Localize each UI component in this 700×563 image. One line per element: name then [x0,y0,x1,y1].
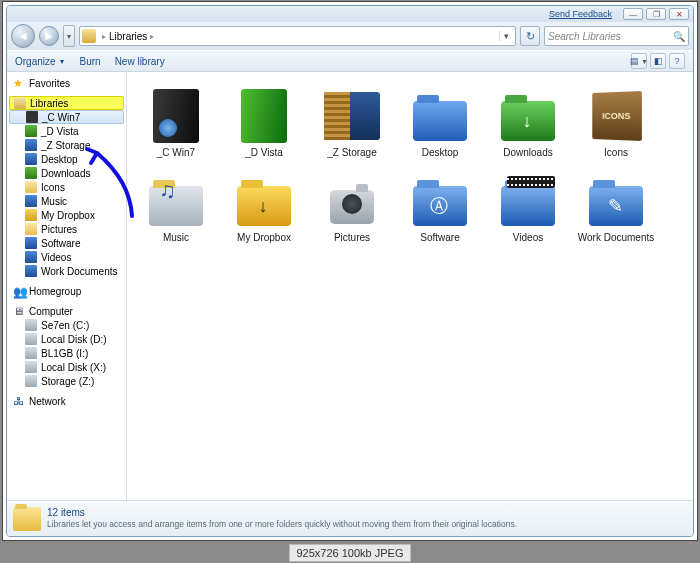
search-icon: 🔍 [673,31,685,42]
status-hint: Libraries let you access and arrange ite… [47,519,517,529]
library-item[interactable]: ↓Downloads [485,82,571,163]
network-icon: 🖧 [13,395,25,407]
title-bar: Send Feedback — ❐ ✕ [7,6,693,22]
sidebar-item[interactable]: Work Documents [7,264,126,278]
organize-menu[interactable]: Organize▼ [15,56,66,67]
nav-history-dropdown[interactable]: ▾ [63,25,75,47]
library-item[interactable]: ⒶSoftware [397,167,483,248]
drive-icon [25,319,37,331]
send-feedback-link[interactable]: Send Feedback [549,9,612,19]
libraries-icon [14,97,26,109]
sidebar-item[interactable]: _Z Storage [7,138,126,152]
image-caption: 925x726 100kb JPEG [289,544,410,562]
sidebar-drive[interactable]: Storage (Z:) [7,374,126,388]
libraries-icon [13,507,41,531]
close-button[interactable]: ✕ [669,8,689,20]
library-icon [324,92,380,140]
breadcrumb-root[interactable]: Libraries [109,31,147,42]
library-item[interactable]: _C Win7 [133,82,219,163]
library-icon [25,195,37,207]
library-icon: ↓ [237,186,291,226]
sidebar-item[interactable]: Icons [7,180,126,194]
sidebar-item[interactable]: Desktop [7,152,126,166]
drive-icon [25,375,37,387]
homegroup-icon: 👥 [13,285,25,297]
new-library-button[interactable]: New library [115,56,165,67]
library-icon: ICONS [592,91,642,141]
drive-icon [25,333,37,345]
sidebar-item[interactable]: _C Win7 [9,110,124,124]
library-item[interactable]: _D Vista [221,82,307,163]
sidebar-item[interactable]: Music [7,194,126,208]
library-icon [25,209,37,221]
search-input[interactable]: Search Libraries 🔍 [544,26,689,46]
library-icon [25,125,37,137]
library-item[interactable]: ✎Work Documents [573,167,659,248]
forward-button[interactable]: ► [39,26,59,46]
library-icon [413,101,467,141]
library-icon: ✎ [589,186,643,226]
homegroup-group[interactable]: 👥Homegroup [7,284,126,298]
command-bar: Organize▼ Burn New library ▤▼ ◧ ? [7,50,693,72]
sidebar-item[interactable]: Software [7,236,126,250]
favorites-group[interactable]: ★Favorites [7,76,126,90]
location-icon [82,29,96,43]
library-icon [25,251,37,263]
library-icon: Ⓐ [413,186,467,226]
computer-icon: 🖥 [13,305,25,317]
chevron-right-icon: ▸ [150,32,154,41]
navigation-pane: ★Favorites Libraries _C Win7 _D Vista _Z… [7,72,127,500]
library-icon [501,186,555,226]
library-item[interactable]: Videos [485,167,571,248]
address-bar[interactable]: ▸ Libraries ▸ ▾ [79,26,516,46]
libraries-group[interactable]: Libraries [9,96,124,110]
preview-pane-button[interactable]: ◧ [650,53,666,69]
items-view: _C Win7 _D Vista _Z Storage Desktop ↓Dow… [127,72,693,500]
maximize-button[interactable]: ❐ [646,8,666,20]
drive-icon [25,347,37,359]
library-item[interactable]: _Z Storage [309,82,395,163]
sidebar-item[interactable]: Downloads [7,166,126,180]
burn-button[interactable]: Burn [80,56,101,67]
search-placeholder: Search Libraries [548,31,621,42]
computer-group[interactable]: 🖥Computer [7,304,126,318]
film-icon [507,176,555,188]
view-options-button[interactable]: ▤▼ [631,53,647,69]
drive-icon [25,361,37,373]
star-icon: ★ [13,77,25,89]
sidebar-drive[interactable]: Local Disk (D:) [7,332,126,346]
library-icon [25,223,37,235]
sidebar-drive[interactable]: Se7en (C:) [7,318,126,332]
library-item[interactable]: ↓My Dropbox [221,167,307,248]
network-group[interactable]: 🖧Network [7,394,126,408]
library-icon [241,89,287,143]
library-icon [25,237,37,249]
help-button[interactable]: ? [669,53,685,69]
back-button[interactable]: ◄ [11,24,35,48]
sidebar-drive[interactable]: BL1GB (I:) [7,346,126,360]
navigation-bar: ◄ ► ▾ ▸ Libraries ▸ ▾ ↻ Search Libraries… [7,22,693,50]
library-icon [25,265,37,277]
library-icon [25,167,37,179]
sidebar-item[interactable]: My Dropbox [7,208,126,222]
details-pane: 12 items Libraries let you access and ar… [7,500,693,536]
sidebar-drive[interactable]: Local Disk (X:) [7,360,126,374]
library-item[interactable]: Desktop [397,82,483,163]
item-count: 12 items [47,507,517,519]
library-item[interactable]: ♫Music [133,167,219,248]
sidebar-item[interactable]: Videos [7,250,126,264]
library-icon [25,153,37,165]
library-icon [25,181,37,193]
sidebar-item[interactable]: _D Vista [7,124,126,138]
library-icon: ♫ [149,186,203,226]
library-icon [330,190,374,224]
minimize-button[interactable]: — [623,8,643,20]
library-item[interactable]: Pictures [309,167,395,248]
library-item[interactable]: ICONSIcons [573,82,659,163]
sidebar-item[interactable]: Pictures [7,222,126,236]
chevron-right-icon: ▸ [102,32,106,41]
library-icon [25,139,37,151]
address-dropdown[interactable]: ▾ [499,31,513,41]
refresh-button[interactable]: ↻ [520,26,540,46]
library-icon [153,89,199,143]
